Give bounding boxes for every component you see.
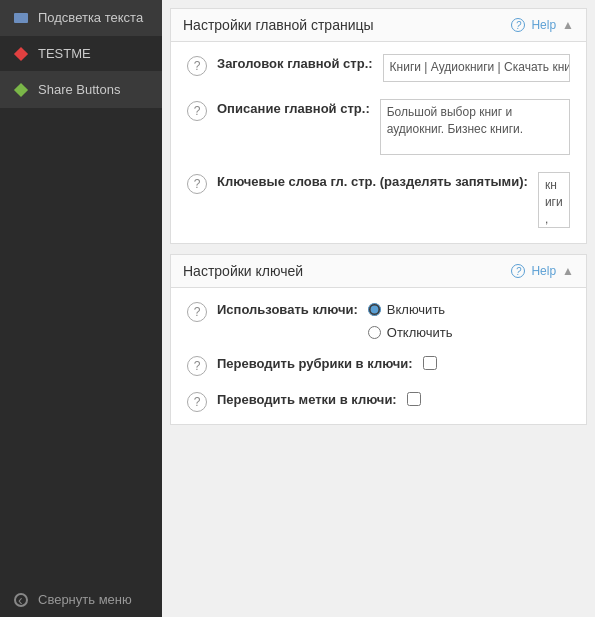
use-keys-label: Использовать ключи: xyxy=(217,300,358,317)
main-settings-section: Настройки главной страницы ? Help ▲ ? За… xyxy=(170,8,587,244)
translate-tags-checkbox[interactable] xyxy=(407,392,421,406)
keywords-label: Ключевые слова гл. стр. (разделять запят… xyxy=(217,172,528,189)
main-settings-title: Настройки главной страницы xyxy=(183,17,374,33)
use-keys-options: Включить Отключить xyxy=(368,300,570,340)
keys-collapse-arrow[interactable]: ▲ xyxy=(562,264,574,278)
translate-tags-checkbox-wrap xyxy=(407,390,570,406)
main-settings-body: ? Заголовок главной стр.: Книги | Аудиок… xyxy=(171,42,586,243)
description-input[interactable]: Большой выбор книг и аудиокниг. Бизнес к… xyxy=(380,99,570,155)
header-field-row: ? Заголовок главной стр.: Книги | Аудиок… xyxy=(187,54,570,85)
translate-categories-input-wrap xyxy=(423,354,570,370)
translate-tags-input-wrap xyxy=(407,390,570,406)
header-label: Заголовок главной стр.: xyxy=(217,54,373,71)
use-keys-off-option[interactable]: Отключить xyxy=(368,325,570,340)
sidebar-label-testme: TESTME xyxy=(38,46,91,61)
description-question-icon[interactable]: ? xyxy=(187,101,207,121)
keys-settings-title: Настройки ключей xyxy=(183,263,303,279)
translate-categories-row: ? Переводить рубрики в ключи: xyxy=(187,354,570,376)
translate-tags-question-icon[interactable]: ? xyxy=(187,392,207,412)
use-keys-on-option[interactable]: Включить xyxy=(368,302,570,317)
sidebar-collapse-label: Свернуть меню xyxy=(38,592,132,607)
main-content: Настройки главной страницы ? Help ▲ ? За… xyxy=(162,0,595,617)
diamond-red-icon xyxy=(12,47,30,61)
use-keys-row: ? Использовать ключи: Включить Отключить xyxy=(187,300,570,340)
use-keys-radio-group: Включить Отключить xyxy=(368,300,570,340)
translate-categories-label: Переводить рубрики в ключи: xyxy=(217,354,413,371)
sidebar-item-testme[interactable]: TESTME xyxy=(0,36,162,72)
translate-tags-label: Переводить метки в ключи: xyxy=(217,390,397,407)
use-keys-question-icon[interactable]: ? xyxy=(187,302,207,322)
keywords-field-row: ? Ключевые слова гл. стр. (разделять зап… xyxy=(187,172,570,231)
use-keys-on-label: Включить xyxy=(387,302,445,317)
description-field-row: ? Описание главной стр.: Большой выбор к… xyxy=(187,99,570,158)
keywords-question-icon[interactable]: ? xyxy=(187,174,207,194)
keys-settings-body: ? Использовать ключи: Включить Отключить xyxy=(171,288,586,424)
highlight-icon xyxy=(12,11,30,25)
translate-categories-checkbox[interactable] xyxy=(423,356,437,370)
sidebar-label-share-buttons: Share Buttons xyxy=(38,82,120,97)
sidebar-item-highlight[interactable]: Подсветка текста xyxy=(0,0,162,36)
main-settings-header: Настройки главной страницы ? Help ▲ xyxy=(171,9,586,42)
sidebar-collapse[interactable]: Свернуть меню xyxy=(0,582,162,617)
main-collapse-arrow[interactable]: ▲ xyxy=(562,18,574,32)
main-help-link[interactable]: Help xyxy=(531,18,556,32)
description-input-wrap: Большой выбор книг и аудиокниг. Бизнес к… xyxy=(380,99,570,158)
use-keys-off-label: Отключить xyxy=(387,325,453,340)
main-settings-header-right: ? Help ▲ xyxy=(511,18,574,32)
keys-help-icon: ? xyxy=(511,264,525,278)
arrow-left-icon xyxy=(12,593,30,607)
keywords-input[interactable]: книги, бизнес книги, художественная лите… xyxy=(538,172,570,228)
keys-settings-header: Настройки ключей ? Help ▲ xyxy=(171,255,586,288)
translate-tags-row: ? Переводить метки в ключи: xyxy=(187,390,570,412)
translate-categories-checkbox-wrap xyxy=(423,354,570,370)
sidebar: Подсветка текста TESTME Share Buttons Св… xyxy=(0,0,162,617)
sidebar-item-share-buttons[interactable]: Share Buttons xyxy=(0,72,162,108)
translate-categories-question-icon[interactable]: ? xyxy=(187,356,207,376)
use-keys-on-radio[interactable] xyxy=(368,303,381,316)
description-label: Описание главной стр.: xyxy=(217,99,370,116)
use-keys-off-radio[interactable] xyxy=(368,326,381,339)
header-input[interactable]: Книги | Аудиокниги | Скачать книги беспл… xyxy=(383,54,570,82)
keys-help-link[interactable]: Help xyxy=(531,264,556,278)
header-question-icon[interactable]: ? xyxy=(187,56,207,76)
keywords-input-wrap: книги, бизнес книги, художественная лите… xyxy=(538,172,570,231)
keys-settings-header-right: ? Help ▲ xyxy=(511,264,574,278)
main-help-icon: ? xyxy=(511,18,525,32)
sidebar-label-highlight: Подсветка текста xyxy=(38,10,143,25)
diamond-green-icon xyxy=(12,83,30,97)
keys-settings-section: Настройки ключей ? Help ▲ ? Использовать… xyxy=(170,254,587,425)
header-input-wrap: Книги | Аудиокниги | Скачать книги беспл… xyxy=(383,54,570,85)
